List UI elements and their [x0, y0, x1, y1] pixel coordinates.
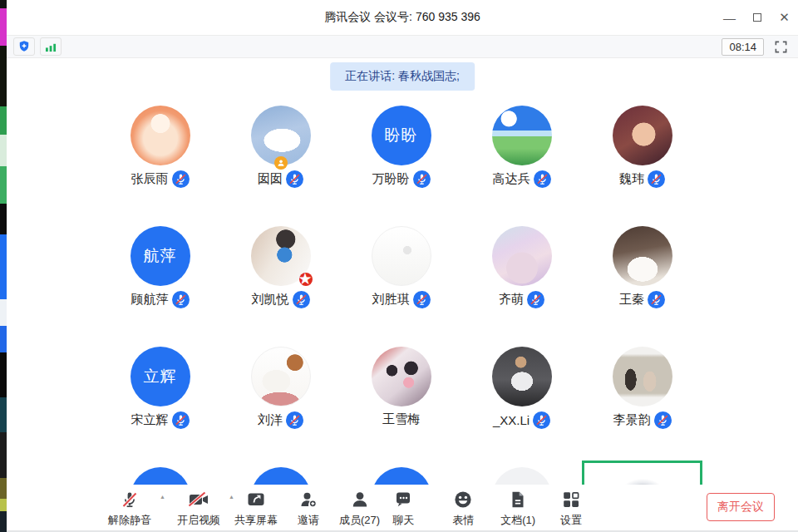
participant-avatar — [613, 106, 672, 165]
close-button[interactable]: ✕ — [771, 0, 798, 35]
muted-mic-badge — [648, 291, 665, 308]
participant-cell[interactable]: _XX.Li — [461, 340, 582, 461]
security-shield-icon — [17, 40, 31, 53]
participant-cell[interactable] — [582, 461, 702, 485]
meeting-main-area: 正在讲话: 春秋战国志; 张辰雨囡囡盼盼万盼盼高达兵魏玮航萍顾航萍★刘凯悦刘胜琪… — [7, 58, 798, 485]
network-signal-button[interactable] — [40, 37, 62, 56]
participant-cell[interactable]: 航萍顾航萍 — [100, 219, 220, 340]
participant-cell[interactable]: 囡囡 — [220, 99, 341, 219]
participant-cell[interactable]: 高达兵 — [461, 99, 582, 219]
participant-name: 刘洋 — [258, 412, 283, 428]
participant-avatar — [613, 226, 672, 286]
bottom-toolbar: 解除静音 ▲ 开启视频 ▲ 共享屏幕 邀请 成员(27) 聊天 表情 — [7, 485, 798, 529]
participant-avatar — [131, 467, 190, 485]
invite-label: 邀请 — [298, 513, 319, 528]
settings-grid-icon — [561, 490, 581, 510]
docs-button[interactable]: 文档(1) — [500, 485, 535, 529]
participant-name: 李景韵 — [613, 412, 651, 428]
participant-cell[interactable] — [341, 461, 461, 485]
members-label: 成员(27) — [339, 513, 380, 528]
share-screen-label: 共享屏幕 — [234, 513, 278, 528]
participant-name: 高达兵 — [493, 171, 530, 187]
maximize-button[interactable] — [743, 0, 771, 35]
participant-cell[interactable]: 王雪梅 — [341, 340, 461, 461]
participant-name: _XX.Li — [493, 413, 530, 427]
members-button[interactable]: 成员(27) — [339, 485, 380, 529]
muted-mic-badge — [286, 411, 303, 429]
muted-mic-badge — [286, 170, 303, 188]
invite-person-icon — [298, 490, 318, 510]
video-options-caret[interactable]: ▲ — [229, 494, 234, 500]
participant-grid: 张辰雨囡囡盼盼万盼盼高达兵魏玮航萍顾航萍★刘凯悦刘胜琪齐萌王秦立辉宋立辉刘洋王雪… — [100, 99, 702, 485]
minimize-button[interactable]: — — [716, 0, 743, 35]
muted-mic-badge — [533, 411, 550, 429]
muted-mic-badge — [648, 170, 665, 188]
emoji-button[interactable]: 表情 — [452, 485, 474, 529]
unmute-label: 解除静音 — [108, 513, 151, 528]
participant-avatar: 立辉 — [131, 347, 190, 406]
share-screen-icon — [246, 490, 266, 510]
participant-cell[interactable]: 盼盼万盼盼 — [341, 99, 461, 219]
participant-name: 张辰雨 — [131, 171, 169, 187]
chat-button[interactable]: 聊天 — [392, 485, 414, 529]
participant-cell[interactable]: 刘胜琪 — [341, 219, 461, 340]
window-title: 腾讯会议 会议号: 760 935 396 — [324, 10, 480, 25]
participant-avatar — [251, 347, 311, 406]
flag-badge-icon: ★ — [299, 273, 313, 286]
mic-options-caret[interactable]: ▲ — [160, 494, 165, 500]
participant-cell[interactable]: 刘洋 — [220, 340, 341, 461]
muted-mic-badge — [172, 170, 190, 188]
network-signal-icon — [45, 42, 57, 52]
fullscreen-icon[interactable] — [774, 40, 788, 54]
participant-name: 王秦 — [619, 292, 644, 308]
participant-avatar — [372, 347, 431, 406]
participant-avatar: ★ — [251, 226, 311, 286]
settings-button[interactable]: 设置 — [560, 485, 582, 529]
leave-meeting-button[interactable]: 离开会议 — [707, 493, 775, 521]
participant-avatar — [372, 226, 431, 286]
desktop-edge-strip — [0, 0, 7, 532]
invite-button[interactable]: 邀请 — [298, 485, 319, 529]
participant-cell[interactable]: 魏玮 — [582, 99, 702, 219]
muted-mic-icon — [120, 490, 140, 510]
muted-mic-badge — [654, 411, 672, 429]
participant-cell[interactable]: 王秦 — [582, 219, 702, 340]
participant-cell[interactable] — [220, 461, 341, 485]
participant-cell[interactable]: 立辉宋立辉 — [100, 340, 220, 461]
participant-cell[interactable]: 齐萌 — [461, 219, 582, 340]
participant-avatar — [492, 226, 552, 286]
participant-name: 囡囡 — [258, 171, 283, 187]
muted-mic-badge — [413, 291, 431, 308]
chat-label: 聊天 — [392, 513, 414, 528]
emoji-label: 表情 — [452, 513, 474, 528]
participant-cell[interactable]: 李景韵 — [582, 340, 702, 461]
maximize-icon — [753, 13, 761, 22]
participant-cell[interactable]: ★刘凯悦 — [220, 219, 341, 340]
window-controls: — ✕ — [716, 0, 798, 35]
participant-cell[interactable]: 张辰雨 — [100, 99, 220, 219]
participant-avatar — [251, 106, 311, 165]
participant-name: 刘凯悦 — [252, 292, 289, 308]
status-bar-right: 08:14 — [722, 38, 798, 56]
share-screen-button[interactable]: 共享屏幕 — [234, 485, 278, 529]
participant-avatar — [492, 347, 552, 406]
start-video-button[interactable]: 开启视频 ▲ — [177, 485, 220, 529]
title-bar: 腾讯会议 会议号: 760 935 396 — ✕ — [7, 0, 798, 35]
participant-avatar — [492, 467, 552, 485]
participant-avatar — [613, 347, 672, 406]
settings-label: 设置 — [560, 513, 582, 528]
participant-cell[interactable] — [100, 461, 220, 485]
participant-avatar: 航萍 — [131, 226, 190, 286]
participant-name: 宋立辉 — [131, 412, 169, 428]
participant-cell[interactable] — [461, 461, 582, 485]
start-video-label: 开启视频 — [177, 513, 220, 528]
members-icon — [350, 490, 370, 510]
muted-mic-badge — [413, 170, 431, 188]
security-shield-button[interactable] — [13, 37, 35, 56]
muted-mic-badge — [172, 411, 190, 429]
muted-camera-icon — [188, 490, 209, 510]
participant-avatar — [131, 106, 190, 165]
unmute-button[interactable]: 解除静音 ▲ — [108, 485, 151, 529]
member-role-badge-icon — [274, 156, 288, 170]
status-bar: 08:14 — [7, 35, 798, 58]
